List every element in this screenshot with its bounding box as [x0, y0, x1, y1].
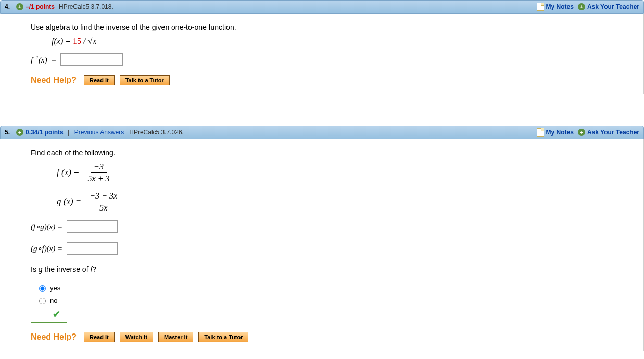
question-5: 5. + 0.34/1 points | Previous Answers HP…: [0, 126, 644, 351]
question-prompt: Use algebra to find the inverse of the g…: [31, 23, 634, 31]
talk-tutor-button[interactable]: Talk to a Tutor: [198, 332, 248, 342]
question-4-body: Use algebra to find the inverse of the g…: [21, 14, 644, 94]
my-notes-link[interactable]: My Notes: [546, 3, 574, 10]
inverse-prompt: Is g the inverse of f?: [31, 265, 634, 274]
talk-tutor-button[interactable]: Talk to a Tutor: [120, 75, 170, 85]
fog-row: (f∘g)(x) =: [31, 220, 634, 233]
radio-no-input[interactable]: [39, 298, 46, 304]
plus-icon[interactable]: +: [16, 3, 23, 10]
master-it-button[interactable]: Master It: [158, 332, 193, 342]
check-icon: ✔: [36, 308, 60, 320]
divider: |: [68, 129, 69, 136]
radio-group: yes no ✔: [31, 277, 67, 323]
fog-label: (f∘g)(x) =: [31, 222, 62, 231]
radio-yes-input[interactable]: [39, 285, 46, 292]
plus-icon[interactable]: +: [16, 129, 23, 136]
answer-input-finv[interactable]: [60, 53, 123, 66]
points-label: 0.34/1 points: [26, 129, 64, 136]
question-number: 5.: [5, 129, 10, 136]
question-4-header: 4. + –/1 points HPreCalc5 3.7.018. My No…: [0, 0, 644, 14]
gof-label: (g∘f)(x) =: [31, 244, 62, 253]
inverse-question: Is g the inverse of f? yes no ✔: [31, 265, 634, 323]
g-definition: g (x) = −3 − 3x 5x: [57, 191, 634, 212]
need-help-row: Need Help? Read It Talk to a Tutor: [31, 75, 634, 85]
ask-teacher-link[interactable]: Ask Your Teacher: [587, 3, 639, 10]
note-icon[interactable]: [537, 3, 544, 11]
question-4: 4. + –/1 points HPreCalc5 3.7.018. My No…: [0, 0, 644, 94]
f-definition: f (x) = −3 5x + 3 g (x) = −3 − 3x 5x: [57, 162, 634, 212]
watch-it-button[interactable]: Watch It: [120, 332, 153, 342]
question-id: HPreCalc5 3.7.018.: [59, 3, 113, 10]
points-label: –/1 points: [26, 3, 55, 10]
question-prompt: Find each of the following.: [31, 148, 634, 157]
plus-icon[interactable]: +: [578, 129, 585, 136]
answer-input-fog[interactable]: [67, 220, 118, 233]
question-5-body: Find each of the following. f (x) = −3 5…: [21, 139, 644, 351]
question-5-header: 5. + 0.34/1 points | Previous Answers HP…: [0, 126, 644, 139]
previous-answers-link[interactable]: Previous Answers: [74, 129, 124, 136]
radio-no[interactable]: no: [36, 296, 60, 304]
ask-teacher-link[interactable]: Ask Your Teacher: [587, 129, 639, 136]
gof-row: (g∘f)(x) =: [31, 242, 634, 255]
fraction: −3 5x + 3: [85, 162, 113, 183]
fraction: −3 − 3x 5x: [86, 191, 120, 212]
answer-input-gof[interactable]: [67, 242, 118, 255]
function-definition: f(x) = 15 / √x: [52, 36, 634, 46]
my-notes-link[interactable]: My Notes: [546, 129, 574, 136]
read-it-button[interactable]: Read It: [84, 75, 115, 85]
need-help-row: Need Help? Read It Watch It Master It Ta…: [31, 332, 634, 342]
question-number: 4.: [5, 3, 10, 10]
answer-label: f -1(x) =: [31, 55, 56, 65]
need-help-label: Need Help?: [31, 76, 77, 85]
plus-icon[interactable]: +: [578, 3, 585, 10]
read-it-button[interactable]: Read It: [84, 332, 115, 342]
question-id: HPreCalc5 3.7.026.: [129, 129, 184, 136]
note-icon[interactable]: [537, 128, 544, 137]
radio-yes[interactable]: yes: [36, 283, 60, 292]
answer-row-finv: f -1(x) =: [31, 53, 634, 66]
need-help-label: Need Help?: [31, 332, 77, 342]
